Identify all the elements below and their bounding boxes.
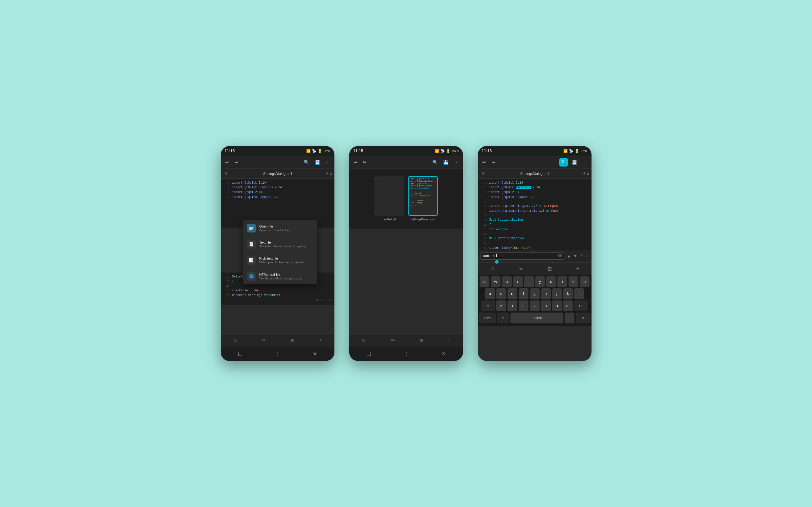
key-f[interactable]: f xyxy=(519,288,529,299)
key-u[interactable]: u xyxy=(546,276,556,287)
search-replace-btn[interactable]: ↔ xyxy=(585,253,589,259)
key-c[interactable]: c xyxy=(519,300,529,311)
key-g[interactable]: g xyxy=(530,288,540,299)
search-btn-3[interactable]: 🔍 xyxy=(559,158,568,167)
menu-item-html-text[interactable]: 🌐 HTML text file Text file with HTML mar… xyxy=(243,268,317,284)
key-r[interactable]: r xyxy=(513,276,523,287)
tab-add-btn-1[interactable]: + xyxy=(326,171,329,176)
key-e[interactable]: e xyxy=(502,276,512,287)
key-h[interactable]: h xyxy=(541,288,551,299)
key-i[interactable]: i xyxy=(557,276,567,287)
rich-text-icon: 📝 xyxy=(247,256,256,265)
key-num[interactable]: ?123 xyxy=(479,313,496,324)
key-p[interactable]: p xyxy=(580,276,590,287)
nav-close-1[interactable]: ✕ xyxy=(308,349,322,359)
key-n[interactable]: n xyxy=(552,300,562,311)
status-icons-2: 📶 📡 🔋 26% xyxy=(435,149,459,153)
emoji-btn-1[interactable]: ☺ xyxy=(231,336,240,345)
emoji-btn-3[interactable]: ☺ xyxy=(488,264,497,274)
more-btn-2[interactable]: ⋮ xyxy=(452,158,460,167)
search-up-btn[interactable]: ▲ xyxy=(567,253,571,259)
code-line: 4 import QtQuick.Layouts 1.3 xyxy=(221,195,334,200)
key-w[interactable]: w xyxy=(491,276,500,287)
key-space[interactable]: English xyxy=(510,313,563,324)
search-input[interactable] xyxy=(483,254,556,258)
key-o[interactable]: o xyxy=(569,276,579,287)
thumbnail-area: untitled.txt untitled.txt import QtQuick… xyxy=(349,169,463,229)
key-shift[interactable]: ⇧ xyxy=(481,300,495,311)
code-line: 3 import QtQml 2.14 xyxy=(478,190,592,195)
wifi-icon-3: 📡 xyxy=(569,149,573,153)
phone-3: 11:16 📶 📡 🔋 26% ↩ ↪ 🔍 💾 ⋮ ✕ SettingsDial… xyxy=(478,146,592,361)
key-enter[interactable]: ↵ xyxy=(576,313,591,324)
key-backspace[interactable]: ⌫ xyxy=(574,300,588,311)
search-btn-2[interactable]: 🔍 xyxy=(431,158,439,167)
undo-btn-2[interactable]: ↩ xyxy=(352,158,359,167)
menu-item-rich-text[interactable]: 📝 Rich text file With support for basic … xyxy=(243,252,317,268)
key-emoji-kb[interactable]: ☺ xyxy=(497,313,509,324)
nav-square-1[interactable]: ☐ xyxy=(233,349,248,359)
grid-btn-3[interactable]: ⊞ xyxy=(546,264,554,274)
thumb-item-1[interactable]: untitled.txt untitled.txt xyxy=(375,176,404,221)
search-down-btn[interactable]: ▼ xyxy=(573,253,578,259)
menu-item-open-file[interactable]: 📂 Open file Open one or multiple files. xyxy=(243,220,317,236)
key-period[interactable]: . xyxy=(564,313,575,324)
tab-add-btn-3[interactable]: + xyxy=(583,171,586,176)
status-bar-1: 11:15 📶 📡 🔋 26% xyxy=(221,146,334,156)
search-options-btn[interactable]: .* xyxy=(579,253,582,259)
pen-btn-2[interactable]: ✏ xyxy=(389,336,397,345)
search-btn-1[interactable]: 🔍 xyxy=(302,158,311,167)
key-t[interactable]: t xyxy=(524,276,534,287)
code-line: 4 import QtQuick.Layouts 1.3 xyxy=(478,195,592,200)
pen-btn-3[interactable]: ✏ xyxy=(518,264,526,274)
key-k[interactable]: k xyxy=(563,288,573,299)
code-line: 5 xyxy=(221,200,334,204)
add-btn-2[interactable]: + xyxy=(446,336,453,345)
key-l[interactable]: l xyxy=(574,288,584,299)
search-clear-btn[interactable]: ⌫ xyxy=(557,254,562,258)
key-s[interactable]: s xyxy=(496,288,506,299)
redo-btn-3[interactable]: ↪ xyxy=(490,158,497,167)
nav-dots-2[interactable]: ⁝ xyxy=(400,349,412,359)
nav-close-2[interactable]: ✕ xyxy=(436,349,451,359)
key-z[interactable]: z xyxy=(496,300,506,311)
menu-item-title: HTML text file xyxy=(259,273,302,277)
keyboard-row-2: a s d f g h j k l xyxy=(479,288,591,299)
grid-btn-1[interactable]: ⊞ xyxy=(289,336,297,345)
key-b[interactable]: b xyxy=(541,300,551,311)
key-q[interactable]: q xyxy=(480,276,489,287)
undo-btn-1[interactable]: ↩ xyxy=(224,158,230,167)
bottom-toolbar-1: ☺ ✏ ⊞ + xyxy=(221,333,334,347)
key-m[interactable]: m xyxy=(563,300,573,311)
keyboard-row-4: ?123 ☺ English . ↵ xyxy=(479,313,591,324)
redo-btn-1[interactable]: ↪ xyxy=(233,158,239,167)
key-j[interactable]: j xyxy=(552,288,562,299)
key-a[interactable]: a xyxy=(485,288,495,299)
add-btn-3[interactable]: + xyxy=(575,264,581,274)
toolbar-3: ↩ ↪ 🔍 💾 ⋮ xyxy=(478,156,592,169)
tab-close-btn-3[interactable]: ✕ xyxy=(480,171,486,176)
code-line: 2 import QtQuick.Controls 2.14 xyxy=(221,185,334,190)
pen-btn-1[interactable]: ✏ xyxy=(260,336,268,345)
tab-close-btn-1[interactable]: ✕ xyxy=(223,171,229,176)
thumb-item-2[interactable]: import QtQuick 2.14 import QtQuick.Contr… xyxy=(408,176,438,221)
redo-btn-2[interactable]: ↪ xyxy=(361,158,368,167)
nav-dots-1[interactable]: ⁝ xyxy=(272,349,283,359)
add-btn-1[interactable]: + xyxy=(317,336,324,345)
key-y[interactable]: y xyxy=(535,276,545,287)
more-btn-1[interactable]: ⋮ xyxy=(324,158,331,167)
nav-square-2[interactable]: ☐ xyxy=(361,349,376,359)
key-x[interactable]: x xyxy=(507,300,518,311)
save-btn-2[interactable]: 💾 xyxy=(442,158,450,167)
key-d[interactable]: d xyxy=(507,288,518,299)
code-line: 8 xyxy=(478,214,592,218)
more-btn-3[interactable]: ⋮ xyxy=(581,158,589,167)
key-v[interactable]: v xyxy=(530,300,540,311)
save-btn-1[interactable]: 💾 xyxy=(313,158,322,167)
menu-item-text-file[interactable]: 📄 Text file Simple text file with syntax… xyxy=(243,236,317,252)
search-cursor-line xyxy=(478,262,592,263)
emoji-btn-2[interactable]: ☺ xyxy=(360,336,368,345)
save-btn-3[interactable]: 💾 xyxy=(570,158,579,167)
grid-btn-2[interactable]: ⊞ xyxy=(417,336,425,345)
undo-btn-3[interactable]: ↩ xyxy=(481,158,487,167)
